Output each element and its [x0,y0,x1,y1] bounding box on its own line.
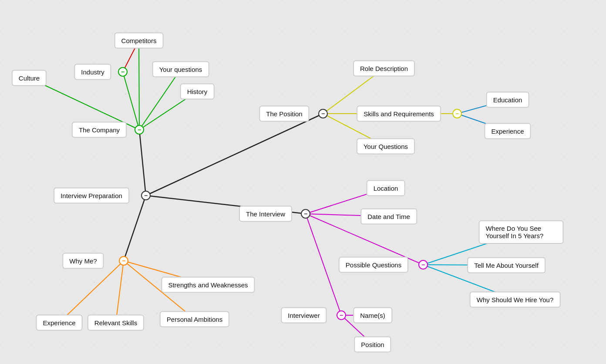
circle-the-position[interactable] [318,109,328,118]
svg-line-18 [306,214,341,315]
node-experience-why[interactable]: Experience [36,315,82,331]
node-position[interactable]: Position [354,337,391,353]
node-location[interactable]: Location [367,180,405,196]
node-why-hire[interactable]: Why Should We Hire You? [470,292,561,308]
svg-line-0 [139,130,146,195]
node-the-position[interactable]: The Position [259,106,309,122]
svg-line-7 [139,69,181,130]
node-skills-requirements[interactable]: Skills and Requirements [357,106,441,122]
node-the-company[interactable]: The Company [72,122,127,138]
svg-line-1 [146,114,323,195]
node-history[interactable]: History [180,84,215,100]
node-interview-preparation[interactable]: Interview Preparation [54,188,129,204]
node-where-5years[interactable]: Where Do You See Yourself In 5 Years? [479,220,564,244]
node-education[interactable]: Education [486,92,529,108]
node-possible-questions[interactable]: Possible Questions [339,257,408,273]
circle-the-company[interactable] [135,125,144,135]
circle-possible-questions[interactable] [418,260,428,270]
svg-line-3 [124,195,146,261]
svg-line-26 [59,261,124,323]
svg-line-27 [116,261,124,323]
circle-the-interview[interactable] [301,209,310,219]
circle-industry[interactable] [118,67,128,77]
node-culture[interactable]: Culture [12,70,47,86]
node-strengths-weaknesses[interactable]: Strengths and Weaknesses [161,277,255,293]
node-date-time[interactable]: Date and Time [360,209,417,225]
node-interviewer[interactable]: Interviewer [281,307,327,324]
circle-skills-req[interactable] [452,109,462,118]
node-the-interview[interactable]: The Interview [239,206,292,222]
circle-interviewer[interactable] [337,310,346,320]
svg-line-4 [139,40,139,130]
node-relevant-skills[interactable]: Relevant Skills [88,315,144,331]
node-why-me[interactable]: Why Me? [62,253,104,269]
node-experience-position[interactable]: Experience [484,123,531,139]
node-personal-ambitions[interactable]: Personal Ambitions [160,311,229,327]
node-tell-me[interactable]: Tell Me About Yourself [467,257,545,273]
circle-interview-preparation[interactable] [141,191,151,200]
node-your-questions-position[interactable]: Your Questions [357,138,415,155]
node-role-description[interactable]: Role Description [353,61,415,77]
node-your-questions-company[interactable]: Your questions [152,61,209,78]
node-competitors[interactable]: Competitors [114,33,164,49]
node-names[interactable]: Name(s) [353,307,392,324]
circle-why-me[interactable] [119,256,128,266]
svg-line-5 [123,72,139,130]
node-industry[interactable]: Industry [74,64,111,80]
